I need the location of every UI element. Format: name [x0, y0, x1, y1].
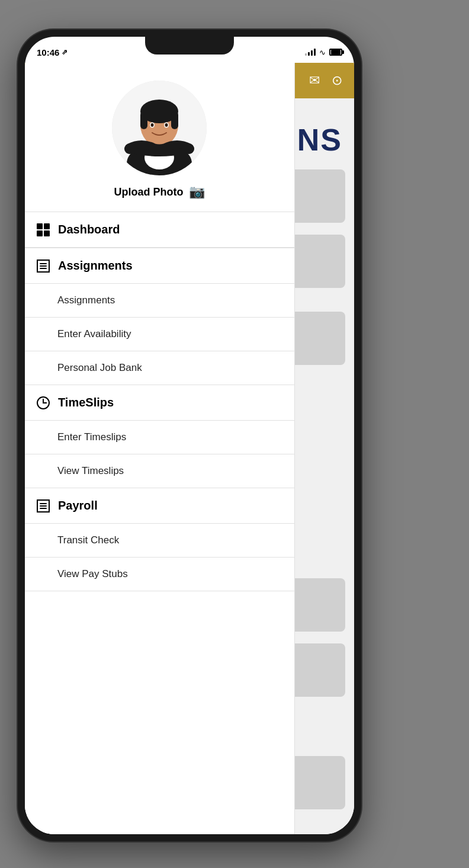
assignments-sub-job-bank[interactable]: Personal Job Bank — [25, 351, 294, 385]
upload-photo-row[interactable]: Upload Photo 📷 — [114, 184, 205, 200]
camera-icon: 📷 — [189, 184, 205, 200]
assignments-menu-item[interactable]: Assignments — [25, 248, 294, 284]
bg-user-icon: ⊙ — [332, 73, 342, 88]
battery-icon — [329, 49, 342, 56]
svg-point-10 — [151, 123, 154, 127]
assignments-sub-assignments[interactable]: Assignments — [25, 284, 294, 318]
timeslips-label: TimeSlips — [58, 396, 114, 409]
dashboard-icon — [37, 223, 50, 236]
notch — [145, 37, 234, 55]
svg-rect-7 — [171, 111, 178, 129]
status-time: 10:46 ⇗ — [37, 47, 68, 57]
payroll-menu-item[interactable]: Payroll — [25, 488, 294, 524]
svg-point-11 — [165, 123, 168, 127]
timeslips-menu-item[interactable]: TimeSlips — [25, 385, 294, 421]
payroll-label: Payroll — [58, 499, 98, 513]
phone-container: 10:46 ⇗ ∿ ✉ ⊙ O — [0, 0, 469, 868]
assignments-sub-availability[interactable]: Enter Availability — [25, 318, 294, 351]
svg-rect-6 — [140, 111, 147, 129]
payroll-sub-transit[interactable]: Transit Check — [25, 524, 294, 558]
payroll-sub-paystubs[interactable]: View Pay Stubs — [25, 558, 294, 591]
phone-screen: 10:46 ⇗ ∿ ✉ ⊙ O — [25, 37, 354, 834]
signal-icon — [305, 49, 316, 56]
assignments-section: Assignments Assignments Enter Availabili… — [25, 248, 294, 385]
timeslips-section: TimeSlips Enter Timeslips View Timeslips — [25, 385, 294, 488]
dashboard-label: Dashboard — [58, 223, 120, 236]
profile-section: Upload Photo 📷 — [25, 63, 294, 212]
payroll-section: Payroll Transit Check View Pay Stubs — [25, 488, 294, 591]
dashboard-section: Dashboard — [25, 212, 294, 248]
status-right: ∿ — [305, 48, 342, 57]
payroll-icon — [37, 499, 50, 513]
timeslips-sub-enter[interactable]: Enter Timeslips — [25, 421, 294, 454]
upload-photo-label: Upload Photo — [114, 186, 183, 198]
wifi-icon: ∿ — [319, 48, 326, 57]
navigation-drawer: Upload Photo 📷 Dashboard — [25, 63, 295, 834]
timeslips-sub-view[interactable]: View Timeslips — [25, 454, 294, 488]
timeslips-icon — [37, 396, 50, 409]
assignments-label: Assignments — [58, 259, 133, 273]
location-icon: ⇗ — [62, 48, 68, 56]
dashboard-menu-item[interactable]: Dashboard — [25, 212, 294, 248]
bg-mail-icon: ✉ — [309, 73, 320, 88]
avatar — [112, 81, 207, 175]
assignments-icon — [37, 260, 50, 273]
phone-frame: 10:46 ⇗ ∿ ✉ ⊙ O — [18, 30, 361, 841]
